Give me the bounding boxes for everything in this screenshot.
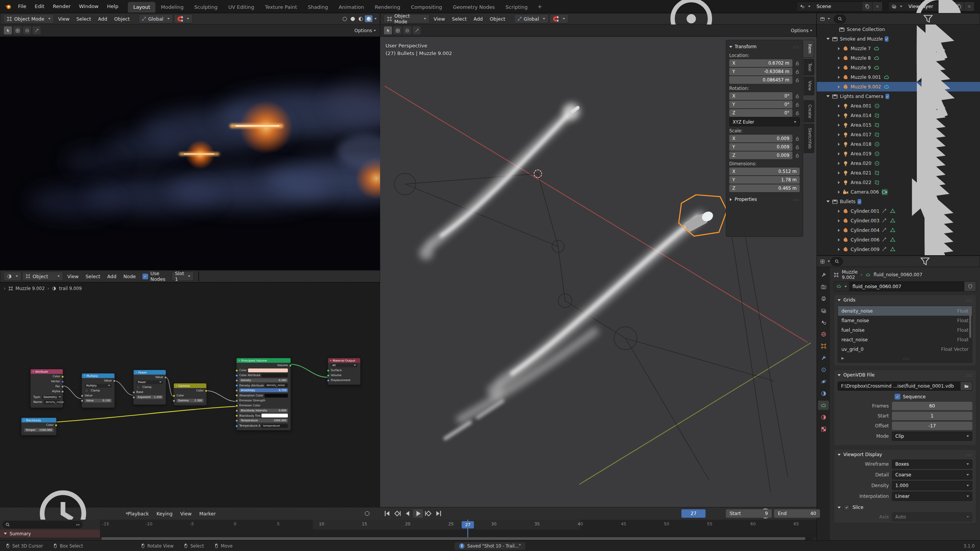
expand-icon[interactable] — [837, 152, 841, 155]
expand-icon[interactable] — [837, 104, 841, 108]
grid-list-item[interactable]: flame_noiseFloat — [838, 316, 972, 325]
auto-keying-button[interactable] — [362, 509, 372, 518]
node-editor-menu[interactable]: View — [64, 274, 82, 279]
expand-icon[interactable] — [837, 143, 841, 146]
slice-subpanel-header[interactable]: Slice — [834, 502, 976, 512]
tab-constraints[interactable] — [818, 389, 829, 398]
number-field[interactable]: -17 — [892, 422, 972, 430]
viewport-menu[interactable]: Object — [111, 16, 133, 22]
select-tweak-button[interactable] — [384, 26, 392, 34]
output-target-dropdown[interactable]: All — [331, 364, 358, 367]
datablock-browse-button[interactable] — [834, 281, 849, 292]
location-field[interactable]: 0.086457 m — [729, 76, 792, 84]
start-frame-field[interactable]: Start9 — [726, 509, 772, 518]
select-box-button[interactable] — [13, 26, 21, 34]
attribute-type-dropdown[interactable]: Geometry — [42, 395, 60, 399]
rotation-field[interactable]: Z0° — [729, 109, 792, 117]
fake-user-button[interactable] — [964, 281, 976, 292]
expand-icon[interactable] — [826, 95, 830, 97]
play-reverse-button[interactable] — [403, 509, 413, 518]
sidebar-tab[interactable]: View — [804, 77, 814, 95]
display-setting[interactable]: Coarse — [892, 470, 972, 479]
topbar-menu[interactable]: Edit — [31, 0, 49, 13]
expand-icon[interactable] — [837, 171, 841, 174]
expand-icon[interactable] — [837, 238, 841, 241]
material-browse-button[interactable] — [199, 272, 199, 281]
tab-scene[interactable] — [818, 318, 829, 327]
mode-dropdown[interactable]: Object Mode — [384, 14, 430, 23]
expand-icon[interactable] — [837, 248, 841, 251]
viewport-menu[interactable]: View — [55, 16, 73, 22]
datablock-name-field[interactable]: fluid_noise_0060.007 — [849, 281, 964, 292]
expand-icon[interactable] — [837, 76, 841, 79]
viewport-menu[interactable]: Add — [470, 16, 486, 22]
tab-texture[interactable] — [818, 424, 829, 434]
workspace-tab[interactable]: Animation — [333, 2, 369, 13]
timeline-menu[interactable]: Playback — [124, 511, 153, 517]
vdb-path-field[interactable]: F:\Dropbox\Crossmind ...ise\fluid_noise_… — [838, 381, 960, 391]
expand-icon[interactable] — [837, 210, 841, 213]
tab-view-layer[interactable] — [818, 306, 829, 315]
node-editor-menu[interactable]: Select — [82, 274, 104, 279]
expand-icon[interactable] — [837, 57, 841, 60]
location-field[interactable]: Y-0.63084 m — [729, 68, 792, 75]
display-setting[interactable]: 1.000 — [892, 481, 972, 490]
principled-input-row[interactable]: Color Color — [237, 368, 291, 373]
outliner-display-mode[interactable] — [820, 16, 830, 21]
expand-icon[interactable] — [837, 66, 841, 69]
workspace-tab[interactable]: Sculpting — [189, 2, 223, 13]
transform-panel-header[interactable]: Transform:::: — [729, 42, 800, 51]
temperature-slider[interactable]: Temper1500.000 — [24, 428, 54, 432]
mode-dropdown[interactable]: Clip — [892, 432, 972, 441]
expand-icon[interactable] — [837, 47, 841, 50]
sidebar-tab[interactable]: Item — [804, 40, 814, 58]
use-nodes-checkbox[interactable]: Use Nodes — [142, 271, 165, 282]
viewport-menu[interactable]: Select — [73, 16, 95, 22]
scale-field[interactable]: Y0.009 — [729, 143, 792, 151]
node-math-multiply[interactable]: Multiply Value Multiply Clamp Value Valu… — [82, 373, 115, 408]
workspace-tab[interactable]: UV Editing — [223, 2, 260, 13]
shading-solid-button[interactable] — [349, 15, 356, 22]
expand-icon[interactable] — [837, 229, 841, 232]
attribute-name-field[interactable]: density_noise — [44, 400, 60, 404]
display-setting[interactable]: Linear — [892, 492, 972, 501]
scale-field[interactable]: X0.009 — [729, 135, 792, 142]
select-circle-button[interactable] — [23, 26, 31, 34]
sidebar-tab[interactable]: Tool — [804, 59, 814, 75]
collection-checkbox[interactable] — [858, 199, 861, 204]
node-material-output[interactable]: Material Output All SurfaceVolumeDisplac… — [328, 358, 361, 385]
node-math-power[interactable]: Power Value Power Clamp Base Exponent1.2… — [133, 370, 166, 405]
principled-input-row[interactable]: Density Attribute Density Attributedensi… — [237, 383, 291, 388]
breadcrumb-object[interactable]: Muzzle 9.002 — [842, 269, 858, 280]
select-lasso-button[interactable] — [413, 26, 421, 34]
keyframe-area[interactable] — [100, 530, 817, 538]
timeline-menu[interactable]: Keying — [153, 511, 176, 517]
topbar-menu[interactable]: File — [14, 0, 31, 13]
next-keyframe-button[interactable] — [423, 509, 433, 518]
tab-world[interactable] — [818, 329, 829, 339]
dimension-field[interactable]: X0.512 m — [729, 168, 800, 175]
viewport-menu[interactable]: Select — [449, 16, 470, 22]
sidebar-tab[interactable]: Create — [804, 100, 814, 123]
node-editor-canvas[interactable]: › Muzzle 9.002 › trail 9.009 Attribute C… — [0, 282, 381, 507]
expand-icon[interactable] — [837, 181, 841, 184]
number-field[interactable]: 1 — [892, 412, 972, 420]
editor-type-button[interactable] — [3, 272, 21, 281]
grid-list-item[interactable]: react_noiseFloat — [838, 335, 972, 344]
clamp-checkbox[interactable] — [136, 385, 140, 389]
principled-input-row[interactable]: Temperature Temperature1000.000 — [237, 418, 291, 423]
summary-channel[interactable]: Summary — [0, 530, 100, 538]
grids-panel-header[interactable]: Grids:::: — [834, 295, 976, 305]
shading-wireframe-button[interactable] — [341, 15, 348, 22]
snap-dropdown[interactable]: 🧲 — [174, 14, 193, 23]
select-tweak-button[interactable] — [4, 26, 12, 34]
workspace-tab[interactable]: Texture Paint — [260, 2, 302, 13]
breadcrumb-data[interactable]: fluid_noise_0060.007 — [874, 272, 922, 277]
viewport-menu[interactable]: View — [430, 16, 449, 22]
viewport-menu[interactable]: Object — [486, 16, 509, 22]
expand-icon[interactable] — [837, 133, 841, 136]
properties-search-input[interactable] — [831, 257, 843, 266]
shading-material-button[interactable] — [357, 15, 364, 22]
topbar-menu[interactable]: Render — [49, 0, 75, 13]
lock-icon[interactable] — [795, 78, 800, 83]
